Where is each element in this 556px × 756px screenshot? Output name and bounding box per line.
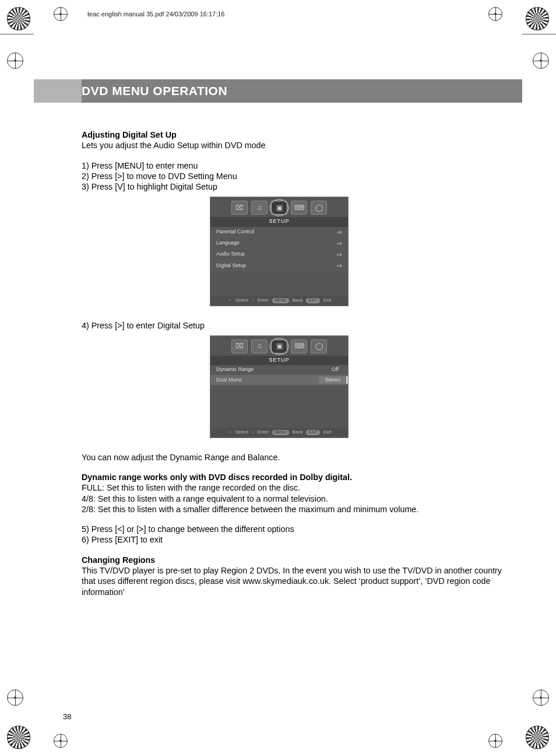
menu-pill-icon: MENU: [272, 298, 289, 303]
body-text: Adjusting Digital Set Up Lets you adjust…: [34, 130, 522, 597]
registration-target-icon: [488, 7, 502, 21]
paragraph: 2/8: Set this to listen with a smaller d…: [82, 504, 511, 514]
registration-target-icon: [7, 52, 23, 69]
registration-target-icon: [533, 52, 549, 69]
paragraph: Lets you adjust the Audio Setup within D…: [82, 140, 511, 150]
registration-fan-icon: [7, 726, 30, 749]
osd-title: SETUP: [210, 356, 348, 366]
osd-row-value: Off: [328, 366, 342, 373]
osd-hint-label: Exit: [323, 429, 331, 435]
osd-screenshot-digital-setup: ⌧ ♫ ▣ ⌨ ◯ SETUP Dynamic RangeOff Dual Mo…: [210, 335, 349, 438]
heading-adjusting: Adjusting Digital Set Up: [82, 130, 511, 140]
osd-hint-label: Enter: [258, 298, 269, 303]
osd-row-selected: Dual MonoStereo: [210, 375, 348, 386]
lr-arrows-icon: ↔: [227, 429, 232, 435]
osd-row: Digital Setup⇨: [210, 260, 348, 271]
osd-tabs: ⌧ ♫ ▣ ⌨ ◯: [210, 197, 348, 217]
arrow-right-icon: ⇨: [337, 239, 342, 247]
osd-row-label: Parental Control: [216, 229, 254, 236]
crop-mark: [0, 34, 34, 34]
exit-pill-icon: EXIT: [306, 298, 320, 303]
page: teac english manual 35.pdf 24/03/2009 16…: [0, 0, 556, 756]
osd-tab-icon: ♫: [251, 340, 268, 354]
step: 3) Press [V] to highlight Digital Setup: [82, 181, 511, 192]
crop-mark: [522, 34, 556, 34]
osd-hint-label: Enter: [258, 429, 269, 435]
osd-row: Parental Control⇨: [210, 227, 348, 238]
osd-screenshot-setup-list: ⌧ ♫ ▣ ⌨ ◯ SETUP Parental Control⇨ Langua…: [210, 197, 349, 306]
osd-tab-icon: ◯: [311, 340, 327, 354]
osd-hint-bar: ↔Select ↓Enter MENUBack EXITExit: [210, 296, 348, 305]
osd-hint-label: Select: [235, 298, 248, 303]
exit-pill-icon: EXIT: [306, 430, 320, 435]
section-header: DVD MENU OPERATION: [34, 79, 522, 103]
osd-row: Language⇨: [210, 238, 348, 249]
step: 5) Press [<] or [>] to change between th…: [82, 524, 511, 534]
osd-row-label: Audio Setup: [216, 251, 245, 258]
registration-target-icon: [54, 734, 68, 748]
paragraph: You can now adjust the Dynamic Range and…: [82, 452, 511, 463]
osd-tab-selected-icon: ▣: [271, 340, 287, 354]
down-arrow-icon: ↓: [252, 298, 254, 303]
step: 2) Press [>] to move to DVD Setting Menu: [82, 171, 511, 181]
arrow-right-icon: ⇨: [337, 261, 342, 270]
osd-row-label: Language: [216, 240, 240, 247]
content-area: DVD MENU OPERATION Adjusting Digital Set…: [34, 79, 522, 722]
osd-hint-label: Back: [293, 298, 303, 303]
osd-hint-bar: ↔Select ↓Enter MENUBack EXITExit: [210, 428, 348, 437]
heading-changing-regions: Changing Regions: [82, 555, 511, 565]
section-title: DVD MENU OPERATION: [82, 84, 227, 98]
osd-tab-icon: ⌨: [291, 201, 307, 215]
osd-row-label: Digital Setup: [216, 262, 246, 270]
arrow-right-icon: ⇨: [337, 250, 342, 258]
osd-hint-label: Exit: [323, 298, 331, 303]
osd-tab-icon: ⌨: [291, 340, 307, 354]
registration-target-icon: [54, 7, 68, 21]
menu-pill-icon: MENU: [272, 430, 289, 435]
osd-tabs: ⌧ ♫ ▣ ⌨ ◯: [210, 336, 348, 356]
osd-tab-selected-icon: ▣: [271, 201, 287, 215]
registration-fan-icon: [7, 7, 30, 30]
registration-fan-icon: [526, 726, 549, 749]
osd-tab-icon: ⌧: [231, 201, 248, 215]
step: 1) Press [MENU] to enter menu: [82, 160, 511, 171]
registration-target-icon: [533, 690, 549, 706]
osd-title: SETUP: [210, 217, 348, 227]
step: 4) Press [>] to enter Digital Setup: [82, 320, 511, 331]
paragraph: FULL: Set this to listen with the range …: [82, 482, 511, 493]
osd-row-label: Dynamic Range: [216, 366, 254, 373]
down-arrow-icon: ↓: [252, 429, 254, 435]
osd-tab-icon: ⌧: [231, 340, 248, 354]
paragraph: 4/8: Set this to listen with a range equ…: [82, 494, 511, 504]
osd-hint-label: Back: [293, 429, 303, 435]
osd-row: Dynamic RangeOff: [210, 365, 348, 375]
heading-dynamic-range: Dynamic range works only with DVD discs …: [82, 472, 511, 482]
osd-hint-label: Select: [235, 429, 248, 435]
lr-arrows-icon: ↔: [227, 298, 232, 303]
osd-row-value: Stereo: [319, 376, 348, 384]
print-slug: teac english manual 35.pdf 24/03/2009 16…: [87, 10, 224, 18]
osd-row-label: Dual Mono: [216, 377, 242, 384]
page-number: 38: [63, 712, 71, 721]
arrow-right-icon: ⇨: [337, 228, 342, 236]
osd-tab-icon: ♫: [251, 201, 268, 215]
osd-row: Audio Setup⇨: [210, 249, 348, 260]
osd-tab-icon: ◯: [311, 201, 327, 215]
registration-target-icon: [488, 734, 502, 748]
registration-fan-icon: [526, 7, 549, 30]
registration-target-icon: [7, 690, 23, 706]
paragraph: This TV/DVD player is pre-set to play Re…: [82, 565, 511, 597]
step: 6) Press [EXIT] to exit: [82, 534, 511, 545]
